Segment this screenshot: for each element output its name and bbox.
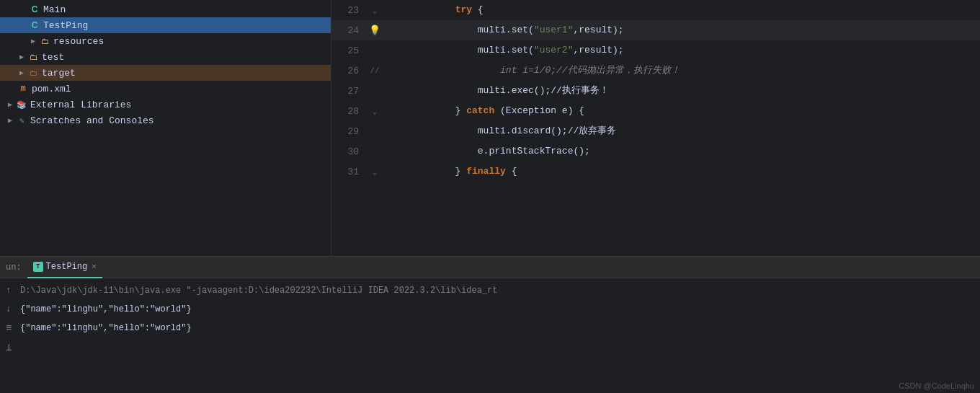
bottom-panel: un: T TestPing × ↑ D:\Java\jdk\jdk-11\bi…: [0, 256, 980, 393]
tab-testping[interactable]: T TestPing ×: [27, 257, 102, 278]
expand-arrow-icon: ▶: [6, 100, 14, 109]
sidebar-item-label: resources: [53, 36, 104, 47]
external-libraries-icon: 📚: [16, 99, 27, 110]
code-line-27: 27 multi.exec();//执行事务！: [331, 81, 980, 101]
sidebar-item-resources[interactable]: ▶ 🗀 resources: [0, 33, 331, 49]
code-content-24[interactable]: multi.set("user1",result);: [382, 20, 980, 40]
line-number-31: 31: [331, 167, 368, 177]
testping-file-icon: C: [29, 19, 40, 31]
code-lines: 23 ⌄ try { 24 💡 multi.set("user1",result…: [331, 0, 980, 256]
sidebar-item-external-libraries[interactable]: ▶ 📚 External Libraries: [0, 97, 331, 112]
tab-close-button[interactable]: ×: [92, 262, 97, 271]
test-folder-icon: 🗀: [27, 51, 39, 63]
line-number-24: 24: [331, 25, 368, 36]
expand-arrow-icon: ▶: [6, 116, 14, 125]
sidebar-item-scratches[interactable]: ▶ ✎ Scratches and Consoles: [0, 112, 331, 128]
tab-testping-label: TestPing: [46, 262, 88, 272]
code-content-30[interactable]: e.printStackTrace();: [382, 141, 980, 162]
code-line-30: 30 e.printStackTrace();: [331, 141, 980, 162]
lightbulb-icon: 💡: [369, 25, 380, 36]
code-content-26[interactable]: int i=1/0;//代码抛出异常，执行失败！: [382, 61, 980, 81]
main-area: C Main C TestPing ▶ 🗀 resources ▶ 🗀 test…: [0, 0, 980, 256]
resources-folder-icon: 🗀: [39, 35, 50, 47]
console-output: ↑ D:\Java\jdk\jdk-11\bin\java.exe "-java…: [0, 278, 980, 393]
sidebar-item-label: target: [42, 68, 76, 79]
expand-arrow-icon: ▶: [17, 69, 26, 77]
fold-glyph: ⌄: [373, 107, 378, 116]
fold-glyph: ⌄: [373, 167, 378, 177]
fold-icon-28[interactable]: ⌄: [368, 107, 382, 116]
code-line-29: 29 multi.discard();//放弃事务: [331, 121, 980, 141]
line-number-27: 27: [331, 86, 368, 97]
bottom-tabs: un: T TestPing ×: [0, 257, 980, 278]
code-content-25[interactable]: multi.set("user2",result);: [382, 40, 980, 61]
sidebar-item-label: TestPing: [43, 20, 88, 31]
code-line-28: 28 ⌄ } catch (Exception e) {: [331, 101, 980, 121]
tab-testping-icon: T: [33, 262, 43, 272]
code-line-23: 23 ⌄ try {: [331, 0, 980, 20]
code-line-24: 24 💡 multi.set("user1",result);: [331, 20, 980, 40]
expand-arrow-icon: ▶: [29, 37, 37, 45]
gutter-26: //: [368, 66, 382, 75]
scratches-icon: ✎: [16, 115, 27, 126]
sidebar-item-testping[interactable]: C TestPing: [0, 17, 331, 33]
console-arrow-stop-icon: ⊥: [6, 341, 20, 353]
console-text-0: D:\Java\jdk\jdk-11\bin\java.exe "-javaag…: [20, 286, 498, 296]
console-text-1: {"name":"linghu","hello":"world"}: [20, 304, 192, 314]
sidebar-item-label: Main: [43, 4, 66, 15]
line-number-23: 23: [331, 5, 368, 16]
console-arrow-down-icon: ↓: [6, 304, 20, 314]
sidebar-item-label: pom.xml: [32, 84, 71, 94]
console-arrow-up-icon: ↑: [6, 286, 20, 296]
fold-glyph: ⌄: [373, 6, 378, 15]
console-line-1: ↓ {"name":"linghu","hello":"world"}: [0, 300, 980, 319]
sidebar-item-test[interactable]: ▶ 🗀 test: [0, 49, 331, 65]
main-file-icon: C: [29, 4, 40, 15]
sidebar-item-target[interactable]: ▶ 🗀 target: [0, 65, 331, 81]
fold-icon-23[interactable]: ⌄: [368, 6, 382, 15]
bulb-icon-24[interactable]: 💡: [368, 25, 382, 36]
code-content-31[interactable]: } finally {: [382, 162, 980, 182]
pom-file-icon: m: [17, 83, 29, 94]
fold-icon-31[interactable]: ⌄: [368, 167, 382, 177]
line-number-25: 25: [331, 45, 368, 56]
console-line-3: ⊥: [0, 337, 980, 356]
watermark: CSDN @CodeLinqhu: [899, 381, 974, 390]
console-line-2: ≡ {"name":"linghu","hello":"world"}: [0, 319, 980, 337]
sidebar: C Main C TestPing ▶ 🗀 resources ▶ 🗀 test…: [0, 0, 331, 256]
console-line-0: ↑ D:\Java\jdk\jdk-11\bin\java.exe "-java…: [0, 281, 980, 300]
code-content-23[interactable]: try {: [382, 0, 980, 20]
line-number-29: 29: [331, 126, 368, 137]
sidebar-item-label: External Libraries: [30, 100, 131, 110]
line-number-30: 30: [331, 146, 368, 157]
run-label: un:: [6, 262, 22, 273]
target-folder-icon: 🗀: [27, 67, 39, 79]
expand-arrow-icon: ▶: [17, 53, 26, 61]
sidebar-item-main[interactable]: C Main: [0, 1, 331, 17]
code-content-29[interactable]: multi.discard();//放弃事务: [382, 121, 980, 141]
line-number-26: 26: [331, 66, 368, 76]
code-line-25: 25 multi.set("user2",result);: [331, 40, 980, 61]
line-number-28: 28: [331, 106, 368, 117]
sidebar-item-label: test: [42, 52, 64, 63]
code-content-28[interactable]: } catch (Exception e) {: [382, 101, 980, 121]
code-line-31: 31 ⌄ } finally {: [331, 162, 980, 182]
code-content-27[interactable]: multi.exec();//执行事务！: [382, 81, 980, 101]
code-line-26: 26 // int i=1/0;//代码抛出异常，执行失败！: [331, 61, 980, 81]
code-editor: 23 ⌄ try { 24 💡 multi.set("user1",result…: [331, 0, 980, 256]
sidebar-item-label: Scratches and Consoles: [30, 115, 154, 126]
sidebar-item-pom[interactable]: m pom.xml: [0, 81, 331, 97]
console-arrow-right-icon: ≡: [6, 322, 20, 334]
console-text-2: {"name":"linghu","hello":"world"}: [20, 323, 192, 333]
